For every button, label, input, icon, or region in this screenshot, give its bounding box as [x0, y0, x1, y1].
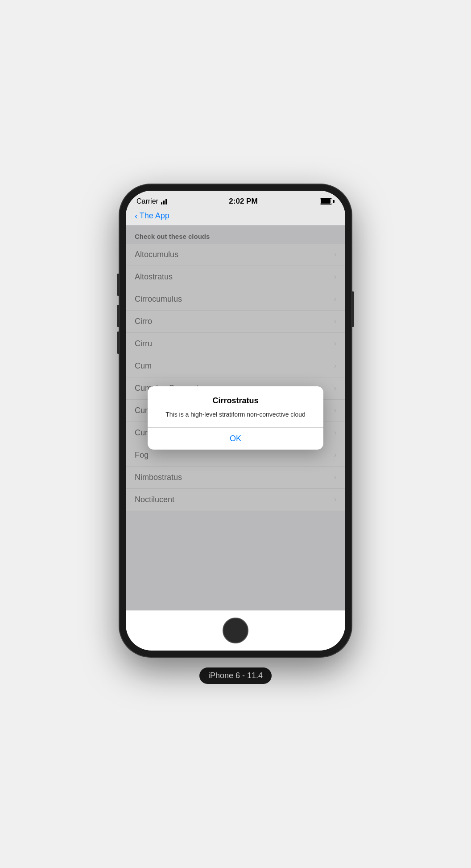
wifi-icon [161, 198, 167, 205]
alert-dialog: Cirrostratus This is a high-level strati… [148, 386, 323, 450]
alert-content: Cirrostratus This is a high-level strati… [148, 386, 323, 427]
nav-back-label: The App [140, 211, 169, 221]
battery-tip [333, 200, 335, 203]
device-container: Carrier 2:02 PM [120, 184, 351, 684]
alert-title: Cirrostratus [157, 396, 314, 405]
list-container: Check out these clouds Altocumulus › Alt… [126, 225, 345, 610]
battery-fill [321, 199, 331, 204]
home-button[interactable] [223, 618, 248, 643]
home-button-wrapper [126, 610, 345, 651]
alert-overlay: Cirrostratus This is a high-level strati… [126, 225, 345, 610]
page-wrapper: Carrier 2:02 PM [0, 0, 471, 868]
screen-wrapper: Carrier 2:02 PM [126, 191, 345, 651]
battery-icon [320, 198, 335, 205]
nav-bar: ‹ The App [126, 209, 345, 225]
carrier-label: Carrier [136, 197, 167, 205]
alert-message: This is a high-level stratiform non-conv… [157, 410, 314, 419]
nav-back-button[interactable]: ‹ The App [135, 211, 336, 221]
carrier-text: Carrier [136, 197, 158, 205]
status-time: 2:02 PM [229, 197, 257, 206]
status-bar: Carrier 2:02 PM [126, 191, 345, 209]
iphone-device: Carrier 2:02 PM [120, 184, 351, 657]
alert-ok-button[interactable]: OK [148, 428, 323, 450]
back-chevron-icon: ‹ [135, 211, 138, 220]
battery-body [320, 198, 332, 205]
device-label: iPhone 6 - 11.4 [199, 667, 272, 684]
